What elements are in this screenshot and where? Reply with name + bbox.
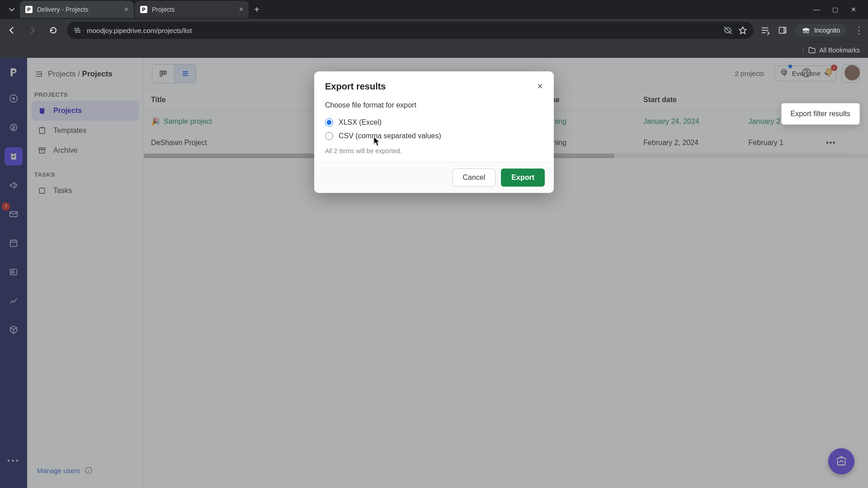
- reload-button[interactable]: [46, 23, 61, 38]
- address-bar: moodjoy.pipedrive.com/projects/list Inco…: [0, 19, 868, 42]
- svg-rect-5: [762, 28, 769, 28]
- url-text: moodjoy.pipedrive.com/projects/list: [87, 27, 717, 34]
- tab-favicon: P: [140, 6, 147, 13]
- new-tab-button[interactable]: +: [250, 5, 264, 15]
- radio-csv[interactable]: CSV (comma separated values): [325, 129, 543, 143]
- svg-point-11: [807, 31, 809, 33]
- back-button[interactable]: [5, 23, 19, 38]
- svg-point-4: [75, 31, 77, 33]
- browser-tab-1[interactable]: P Projects ×: [135, 1, 249, 18]
- url-input[interactable]: moodjoy.pipedrive.com/projects/list: [67, 22, 754, 39]
- modal-prompt: Choose file format for export: [325, 101, 543, 109]
- reading-list-icon[interactable]: [760, 25, 770, 35]
- radio-xlsx-label: XLSX (Excel): [339, 118, 382, 127]
- svg-rect-1: [74, 30, 80, 31]
- radio-xlsx[interactable]: XLSX (Excel): [325, 116, 543, 129]
- site-settings-icon[interactable]: [73, 26, 81, 34]
- tab-bar: P Delivery - Projects × P Projects × + ―…: [0, 0, 868, 19]
- tab-close-icon[interactable]: ×: [124, 5, 128, 14]
- forward-button[interactable]: [25, 23, 40, 38]
- svg-rect-6: [762, 30, 769, 31]
- toolbar-icons: Incognito ⋮: [760, 24, 863, 37]
- export-results-modal: Export results × Choose file format for …: [314, 71, 554, 193]
- modal-close-button[interactable]: ×: [537, 80, 543, 92]
- radio-csv-label: CSV (comma separated values): [339, 132, 441, 140]
- svg-rect-7: [762, 33, 766, 33]
- bookmarks-bar: | All Bookmarks: [0, 42, 868, 58]
- tab-favicon: P: [25, 6, 33, 13]
- cancel-button[interactable]: Cancel: [453, 169, 496, 187]
- svg-rect-9: [783, 27, 786, 33]
- incognito-label: Incognito: [814, 27, 840, 34]
- minimize-icon[interactable]: ―: [813, 6, 820, 13]
- tab-title: Projects: [152, 6, 235, 13]
- browser-chrome: P Delivery - Projects × P Projects × + ―…: [0, 0, 868, 58]
- browser-menu-icon[interactable]: ⋮: [854, 25, 863, 36]
- all-bookmarks-link[interactable]: All Bookmarks: [820, 47, 860, 54]
- export-filter-popover[interactable]: Export filter results: [781, 103, 860, 125]
- window-controls: ― ▢ ✕: [813, 6, 864, 13]
- radio-csv-input[interactable]: [325, 132, 333, 140]
- folder-icon: [808, 46, 816, 54]
- close-window-icon[interactable]: ✕: [851, 6, 856, 13]
- radio-xlsx-input[interactable]: [325, 118, 333, 127]
- modal-title: Export results: [325, 81, 386, 92]
- eye-off-icon[interactable]: [723, 25, 733, 35]
- svg-point-3: [77, 28, 79, 29]
- tab-title: Delivery - Projects: [37, 6, 120, 13]
- svg-rect-0: [74, 28, 77, 29]
- maximize-icon[interactable]: ▢: [832, 6, 838, 13]
- browser-tab-0[interactable]: P Delivery - Projects ×: [20, 1, 134, 18]
- svg-rect-2: [78, 32, 80, 33]
- export-hint: All 2 items will be exported.: [325, 147, 543, 155]
- svg-point-10: [803, 31, 806, 33]
- cursor-icon: [373, 136, 382, 147]
- export-filter-label: Export filter results: [791, 110, 850, 117]
- bookmark-star-icon[interactable]: [738, 26, 747, 35]
- side-panel-icon[interactable]: [778, 26, 787, 35]
- incognito-badge[interactable]: Incognito: [795, 24, 846, 37]
- tab-search-dropdown[interactable]: [4, 1, 20, 18]
- export-button[interactable]: Export: [501, 169, 545, 187]
- tab-close-icon[interactable]: ×: [239, 5, 243, 14]
